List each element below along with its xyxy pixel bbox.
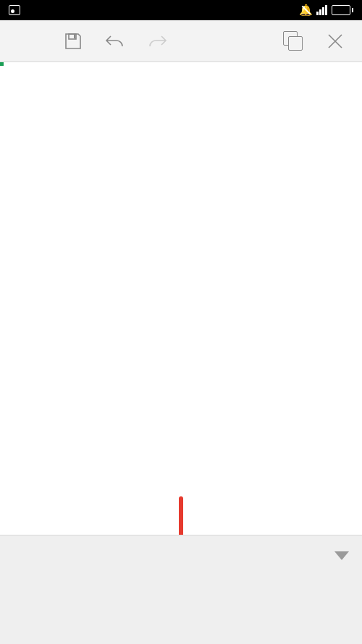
undo-button[interactable] (94, 20, 136, 62)
copy-icon (283, 31, 303, 51)
selection-rect (0, 62, 3, 65)
signal-icon (316, 5, 327, 15)
done-button[interactable] (6, 20, 52, 62)
panel-body (0, 576, 362, 644)
close-button[interactable] (314, 20, 356, 62)
battery-icon (332, 5, 353, 15)
chevron-down-icon (334, 551, 349, 560)
spreadsheet[interactable] (0, 62, 362, 535)
mute-icon (299, 4, 312, 17)
image-icon (9, 5, 20, 15)
close-icon (327, 33, 344, 50)
svg-rect-1 (74, 35, 75, 38)
bottom-panel (0, 535, 362, 644)
redo-button[interactable] (136, 20, 178, 62)
duplicate-button[interactable] (272, 20, 314, 62)
status-bar (0, 0, 362, 20)
panel-header[interactable] (0, 535, 362, 576)
save-button[interactable] (52, 20, 94, 62)
selection-handle-bottom-right[interactable] (0, 62, 4, 66)
redo-icon (146, 33, 168, 49)
toolbar (0, 20, 362, 62)
selection-handle-top-left[interactable] (0, 62, 4, 66)
undo-icon (104, 33, 126, 49)
annotation-arrow (169, 496, 193, 535)
floppy-icon (64, 32, 83, 51)
